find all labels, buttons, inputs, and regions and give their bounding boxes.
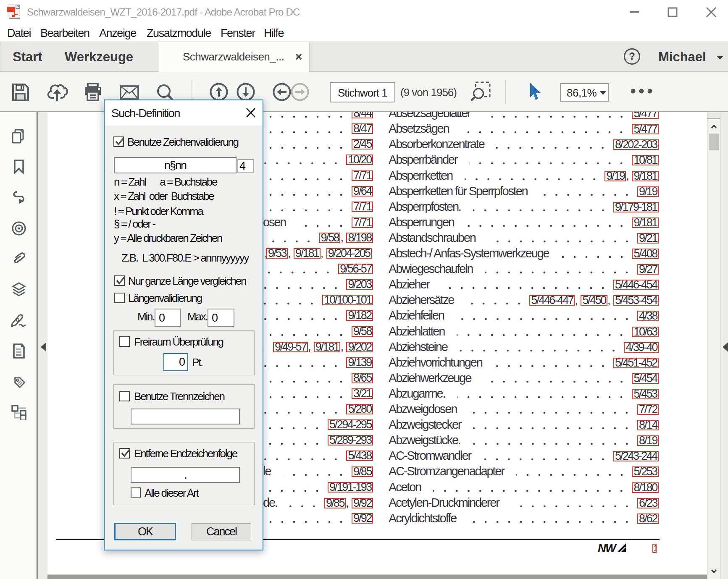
- page-reference-link[interactable]: 10/81: [632, 155, 659, 165]
- page-reference-link[interactable]: 9/19: [604, 171, 626, 181]
- menu-item-datei[interactable]: Datei: [7, 24, 31, 42]
- print-icon[interactable]: [83, 82, 103, 102]
- page-reference-link[interactable]: 9/49-57: [273, 342, 308, 352]
- page-reference-link[interactable]: 7/71: [352, 217, 373, 228]
- page-reference-link[interactable]: 8/198: [346, 233, 373, 243]
- cancel-button[interactable]: Cancel: [192, 523, 251, 540]
- page-reference-link[interactable]: 9/182: [346, 310, 373, 321]
- page-reference-link[interactable]: 9/202: [346, 342, 373, 352]
- share-upload-icon[interactable]: [46, 82, 68, 102]
- max-input[interactable]: 0: [208, 309, 234, 327]
- menu-item-bearbeiten[interactable]: Bearbeiten: [40, 24, 89, 42]
- checkbox-alle-art[interactable]: [131, 487, 141, 498]
- previous-page-icon[interactable]: [210, 83, 228, 101]
- tab-start[interactable]: Start: [13, 42, 42, 71]
- ok-button[interactable]: OK: [114, 523, 176, 540]
- page-reference-link[interactable]: 5/477: [632, 112, 659, 119]
- checkbox-trennzeichen[interactable]: [119, 391, 130, 401]
- page-reference-link[interactable]: 6/23: [637, 498, 659, 508]
- page-reference-link[interactable]: 5/294-295: [328, 419, 373, 430]
- menu-item-fenster[interactable]: Fenster: [221, 24, 255, 42]
- page-reference-link[interactable]: 8/202-203: [613, 139, 659, 150]
- page-reference-link[interactable]: 9/27: [637, 264, 659, 275]
- page-reference-link[interactable]: 8/47: [352, 123, 373, 134]
- page-reference-link[interactable]: 5/446-454: [613, 280, 659, 290]
- tab-close-icon[interactable]: [294, 52, 303, 61]
- dialog-close-icon[interactable]: [246, 107, 256, 118]
- page-reference-link[interactable]: 5/451-452: [613, 358, 659, 368]
- page-reference-link[interactable]: 7/71: [352, 202, 373, 212]
- more-tools-icon[interactable]: [628, 88, 655, 94]
- page-reference-link[interactable]: 8/65: [352, 373, 373, 383]
- page-reference-link[interactable]: 8/180: [632, 482, 659, 493]
- page-reference-link[interactable]: 9/181: [632, 171, 659, 181]
- page-reference-link[interactable]: 9/58: [352, 326, 373, 337]
- trennzeichen-input[interactable]: [131, 409, 240, 424]
- nav-panel-tags-icon[interactable]: [11, 374, 28, 390]
- page-reference-link[interactable]: 5/450: [581, 295, 607, 306]
- checkbox-ganze-laenge[interactable]: [114, 275, 125, 286]
- page-reference-link[interactable]: 5/408: [632, 249, 659, 259]
- page-reference-link[interactable]: 5/438: [346, 451, 373, 461]
- page-reference-link[interactable]: 9/92: [352, 498, 373, 508]
- page-reference-link[interactable]: 8/14: [637, 420, 659, 430]
- nav-panel-attachments-icon[interactable]: [11, 251, 28, 268]
- page-reference-link[interactable]: 9/181: [632, 217, 659, 228]
- page-reference-link[interactable]: 10/100-101: [322, 295, 373, 305]
- page-reference-link[interactable]: 8/44: [352, 112, 373, 118]
- page-reference-link[interactable]: 9/85: [352, 466, 373, 477]
- page-reference-link[interactable]: 5/453-454: [613, 295, 659, 306]
- page-reference-link[interactable]: 5/243-244: [613, 451, 659, 461]
- page-reference-link[interactable]: 9/181: [294, 248, 321, 259]
- save-icon[interactable]: [12, 83, 29, 102]
- close-button[interactable]: [705, 6, 717, 18]
- scroll-down-icon[interactable]: [711, 569, 717, 574]
- page-reference-link[interactable]: 9/139: [346, 357, 373, 368]
- page-number-link[interactable]: 1: [652, 544, 657, 553]
- page-reference-link[interactable]: 9/181: [314, 342, 341, 352]
- nav-panel-articles-icon[interactable]: [11, 190, 28, 207]
- tab-werkzeuge[interactable]: Werkzeuge: [65, 42, 133, 71]
- next-page-icon[interactable]: [237, 83, 255, 101]
- page-reference-link[interactable]: 10/20: [346, 155, 373, 165]
- freiraum-input[interactable]: 0: [163, 353, 188, 371]
- page-reference-link[interactable]: 9/179-181: [613, 202, 659, 212]
- page-reference-link[interactable]: 8/62: [637, 514, 659, 524]
- page-reference-link[interactable]: 2/45: [352, 139, 373, 149]
- page-reference-link[interactable]: 9/64: [352, 186, 373, 196]
- marquee-zoom-icon[interactable]: [468, 81, 492, 103]
- search-term-input[interactable]: Stichwort 1: [330, 82, 395, 102]
- page-reference-link[interactable]: 9/191-193: [328, 482, 373, 493]
- page-reference-link[interactable]: 4/38: [637, 311, 659, 321]
- menu-item-zusatzmodule[interactable]: Zusatzmodule: [147, 24, 211, 42]
- email-icon[interactable]: [120, 85, 139, 100]
- nav-panel-page-thumbnails-icon[interactable]: [11, 128, 28, 145]
- page-reference-link[interactable]: 5/446-447: [529, 295, 575, 306]
- page-reference-link[interactable]: 7/72: [637, 404, 659, 415]
- page-reference-link[interactable]: 3/21: [352, 388, 373, 399]
- user-menu[interactable]: Michael: [658, 42, 706, 71]
- checkbox-freiraum[interactable]: [119, 336, 130, 347]
- pattern-input[interactable]: n§nn: [114, 157, 237, 173]
- zoom-level-select[interactable]: 86,1%: [560, 83, 609, 102]
- page-reference-link[interactable]: 5/289-293: [328, 435, 373, 445]
- page-reference-link[interactable]: 9/92: [352, 513, 373, 524]
- page-reference-link[interactable]: 5/477: [632, 124, 659, 134]
- expand-right-panel-icon[interactable]: [722, 342, 728, 352]
- page-reference-link[interactable]: 9/58: [319, 233, 340, 243]
- min-input[interactable]: 0: [155, 309, 181, 327]
- page-reference-link[interactable]: 9/53: [266, 248, 288, 259]
- page-reference-link[interactable]: 5/453: [632, 389, 659, 399]
- checkbox-zeichenvalidierung[interactable]: [113, 136, 124, 147]
- nav-panel-content-icon[interactable]: [11, 343, 28, 360]
- page-reference-link[interactable]: 9/85: [324, 498, 346, 508]
- selection-tool-icon[interactable]: [528, 82, 542, 102]
- page-reference-link[interactable]: 9/19: [637, 186, 659, 197]
- scrollbar-thumb[interactable]: [709, 134, 719, 150]
- checkbox-endzeichen[interactable]: [119, 448, 130, 458]
- vertical-scrollbar[interactable]: [707, 112, 720, 579]
- maximize-button[interactable]: [666, 6, 679, 18]
- page-reference-link[interactable]: 9/204-205: [326, 248, 372, 259]
- endzeichen-input[interactable]: .: [131, 467, 240, 483]
- checkbox-laengenvalidierung[interactable]: [114, 293, 125, 303]
